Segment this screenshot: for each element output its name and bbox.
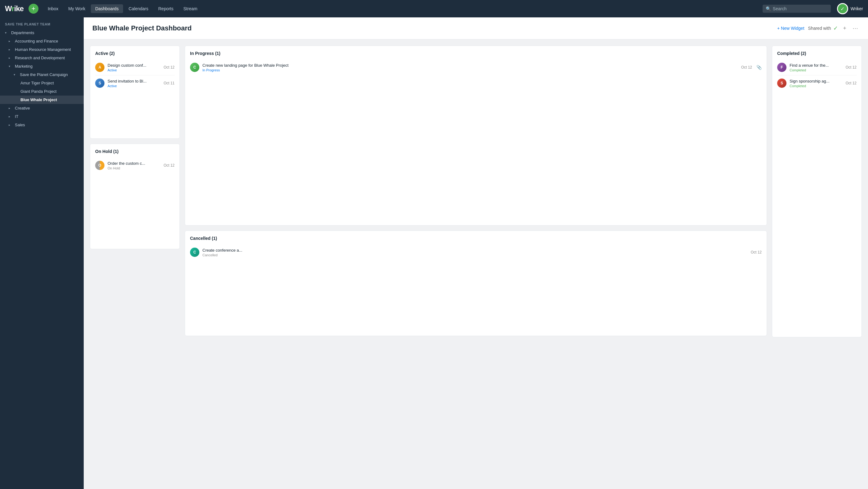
sidebar-item-saveplanet[interactable]: ▾ Save the Planet Campaign [0, 70, 84, 79]
task-date: Oct 12 [846, 81, 857, 85]
sidebar-item-label: Save the Planet Campaign [20, 72, 68, 77]
nav-inbox[interactable]: Inbox [43, 4, 63, 13]
sidebar-item-departments[interactable]: ▾ Departments [0, 29, 84, 37]
add-button[interactable]: + [29, 4, 38, 13]
chevron-down-icon: ▾ [5, 31, 9, 34]
board-col-right: Completed (2) F Find a venue for the... … [772, 46, 862, 337]
nav-calendars[interactable]: Calendars [124, 4, 153, 13]
sidebar-item-bluewhale[interactable]: Blue Whale Project [0, 95, 84, 104]
sidebar-item-amur[interactable]: Amur Tiger Project [0, 79, 84, 87]
sidebar-item-label: Creative [15, 106, 30, 111]
table-row[interactable]: O Order the custom c... On Hold Oct 12 [95, 157, 175, 173]
status-badge: Active [107, 68, 161, 72]
avatar: C [190, 63, 199, 72]
sidebar-item-it[interactable]: ▸ IT [0, 112, 84, 121]
status-badge: Completed [789, 84, 843, 88]
task-info: Design custom conf... Active [107, 63, 161, 72]
sidebar-item-hr[interactable]: ▸ Human Resource Management [0, 45, 84, 54]
task-name: Create new landing page for Blue Whale P… [203, 63, 333, 68]
page-header: Blue Whale Project Dashboard + New Widge… [84, 18, 868, 39]
sidebar-item-label: Marketing [15, 64, 33, 68]
table-row[interactable]: S Sign sponsorship ag... Completed Oct 1… [777, 76, 857, 91]
topnav: Wrike + Inbox My Work Dashboards Calenda… [0, 0, 868, 18]
logo-text: Wrike [5, 4, 24, 13]
status-badge: Completed [789, 68, 843, 72]
nav-mywork[interactable]: My Work [64, 4, 90, 13]
sidebar-item-label: Research and Development [15, 56, 65, 60]
task-date: Oct 12 [741, 65, 752, 69]
table-row[interactable]: S Send invitation to Bl... Active Oct 11 [95, 76, 175, 91]
status-badge: In Progress [203, 68, 738, 72]
chevron-right-icon: ▸ [9, 115, 13, 118]
sidebar-item-label: Giant Panda Project [21, 89, 56, 94]
add-widget-icon-button[interactable]: + [842, 24, 847, 33]
task-info: Find a venue for the... Completed [789, 63, 843, 72]
search-container: 🔍 [763, 5, 831, 13]
user-name: Wriker [850, 6, 863, 11]
avatar: S [95, 79, 104, 88]
widget-inprogress: In Progress (1) C Create new landing pag… [185, 46, 767, 226]
layout: SAVE THE PLANET TEAM ▾ Departments ▸ Acc… [0, 0, 868, 489]
sidebar-item-creative[interactable]: ▸ Creative [0, 104, 84, 112]
widget-active: Active (2) A Design custom conf... Activ… [90, 46, 180, 139]
task-name: Order the custom c... [107, 161, 161, 166]
sidebar-item-panda[interactable]: Giant Panda Project [0, 87, 84, 95]
sidebar-item-label: Departments [11, 30, 34, 35]
status-badge: Active [107, 84, 161, 88]
sidebar-item-accounting[interactable]: ▸ Accounting and Finance [0, 37, 84, 45]
table-row[interactable]: F Find a venue for the... Completed Oct … [777, 60, 857, 76]
chevron-down-icon: ▾ [9, 64, 13, 68]
nav-dashboards[interactable]: Dashboards [91, 4, 123, 13]
chevron-right-icon: ▸ [9, 107, 13, 110]
sidebar-item-label: Human Resource Management [15, 47, 71, 52]
nav-reports[interactable]: Reports [154, 4, 178, 13]
chevron-down-icon: ▾ [13, 73, 18, 76]
chevron-right-icon: ▸ [9, 39, 13, 43]
table-row[interactable]: A Design custom conf... Active Oct 12 [95, 60, 175, 76]
sidebar-team-label: SAVE THE PLANET TEAM [0, 18, 84, 29]
sidebar-item-sales[interactable]: ▸ Sales [0, 121, 84, 129]
task-date: Oct 12 [164, 65, 175, 69]
widget-active-title: Active (2) [95, 51, 175, 56]
dashboard-board: Active (2) A Design custom conf... Activ… [84, 39, 868, 343]
avatar: F [777, 63, 786, 72]
sidebar-item-label: Blue Whale Project [21, 97, 57, 102]
widget-completed-title: Completed (2) [777, 51, 857, 56]
task-name: Design custom conf... [107, 63, 161, 68]
chevron-right-icon: ▸ [9, 48, 13, 51]
sidebar-item-research[interactable]: ▸ Research and Development [0, 54, 84, 62]
task-actions: 📎 [756, 65, 762, 70]
board-col-left: Active (2) A Design custom conf... Activ… [90, 46, 180, 249]
more-options-button[interactable]: ⋯ [851, 24, 859, 33]
status-badge: Cancelled [203, 253, 748, 257]
task-date: Oct 12 [164, 163, 175, 168]
logo[interactable]: Wrike [5, 4, 24, 13]
widget-cancelled-title: Cancelled (1) [190, 236, 762, 241]
widget-onhold: On Hold (1) O Order the custom c... On H… [90, 144, 180, 249]
widget-onhold-title: On Hold (1) [95, 149, 175, 154]
page-title: Blue Whale Project Dashboard [92, 24, 192, 32]
user-avatar: ✓ [837, 3, 848, 14]
task-name: Sign sponsorship ag... [789, 79, 843, 83]
search-icon: 🔍 [766, 6, 771, 11]
avatar: A [95, 63, 104, 72]
sidebar-item-label: Sales [15, 122, 25, 127]
sidebar: SAVE THE PLANET TEAM ▾ Departments ▸ Acc… [0, 18, 84, 489]
user-badge[interactable]: ✓ Wriker [837, 3, 863, 14]
task-name: Create conference a... [203, 248, 265, 253]
sidebar-item-label: Amur Tiger Project [21, 81, 54, 85]
status-badge: On Hold [107, 166, 161, 170]
sidebar-item-marketing[interactable]: ▾ Marketing [0, 62, 84, 70]
search-input[interactable] [773, 6, 823, 11]
sidebar-item-label: IT [15, 114, 19, 119]
avatar: C [190, 248, 199, 257]
widget-inprogress-title: In Progress (1) [190, 51, 762, 56]
task-name: Send invitation to Bl... [107, 79, 161, 83]
new-widget-button[interactable]: + New Widget [777, 26, 804, 31]
task-info: Sign sponsorship ag... Completed [789, 79, 843, 88]
main-content: Blue Whale Project Dashboard + New Widge… [84, 18, 868, 489]
nav-stream[interactable]: Stream [179, 4, 202, 13]
table-row[interactable]: C Create conference a... Cancelled Oct 1… [190, 244, 762, 260]
table-row[interactable]: C Create new landing page for Blue Whale… [190, 60, 762, 75]
task-info: Order the custom c... On Hold [107, 161, 161, 170]
